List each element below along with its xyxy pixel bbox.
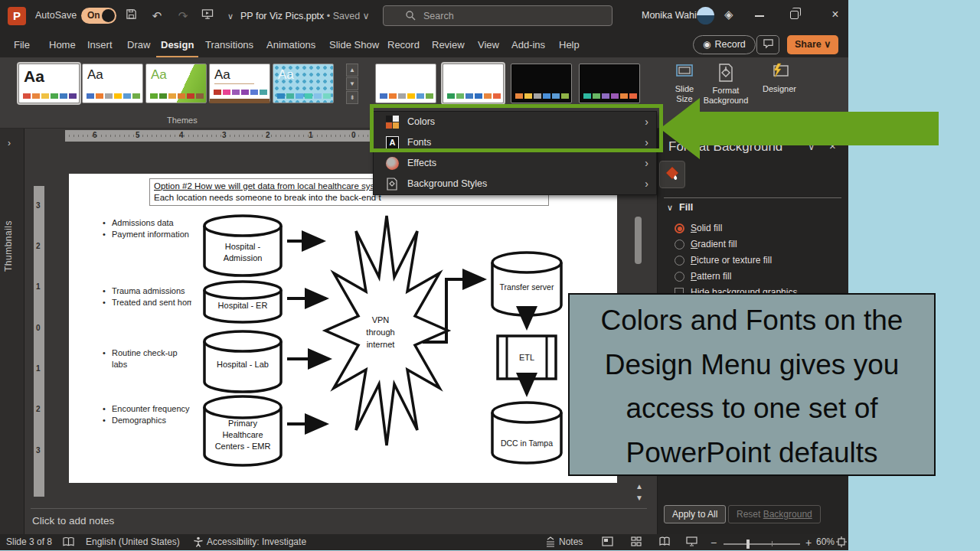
accessibility-status[interactable]: Accessibility: Investigate (207, 536, 306, 547)
zoom-slider[interactable] (724, 543, 800, 545)
record-icon: ◉ (703, 39, 710, 50)
tab-transitions[interactable]: Transitions (201, 32, 258, 57)
notes-splitter[interactable] (31, 508, 647, 509)
submenu-arrow-icon: › (645, 174, 648, 194)
search-input[interactable]: Search (383, 5, 612, 26)
tab-add-ins[interactable]: Add-ins (507, 32, 550, 57)
previous-slide-icon[interactable]: ▲ (634, 482, 645, 491)
radio (675, 256, 684, 266)
radio (675, 272, 684, 282)
normal-view-icon[interactable] (602, 536, 613, 549)
accessibility-icon[interactable] (193, 536, 204, 549)
slideshow-view-icon[interactable] (686, 536, 697, 549)
tab-draw[interactable]: Draw (122, 32, 155, 57)
fill-section-header[interactable]: ∨Fill (667, 202, 693, 213)
themes-gallery-scroll: ▲ ▼ ⇟ (346, 64, 358, 105)
title-bar: P AutoSave On ↶ ↷ ∨ PP for Viz Pics.pptx… (0, 0, 848, 32)
tab-insert[interactable]: Insert (83, 32, 117, 57)
expand-thumbnails-icon[interactable]: › (8, 138, 11, 148)
variant-1[interactable] (375, 64, 436, 103)
format-background-icon (717, 63, 735, 83)
apply-to-all-button[interactable]: Apply to All (664, 505, 726, 523)
save-icon[interactable] (122, 8, 139, 24)
notes-icon[interactable] (545, 536, 556, 549)
document-title[interactable]: PP for Viz Pics.pptx • Saved ∨ (240, 10, 370, 21)
gallery-up-icon[interactable]: ▲ (346, 64, 358, 77)
autosave-toggle[interactable]: On (81, 8, 116, 24)
gallery-down-icon[interactable]: ▼ (346, 77, 358, 90)
svg-text:Hospital - ER: Hospital - ER (218, 301, 268, 310)
menu-item-background-styles[interactable]: Background Styles › (374, 174, 656, 194)
thumbnails-label: Thumbnails (3, 220, 14, 272)
avatar[interactable] (697, 7, 714, 24)
notes-toggle[interactable]: Notes (559, 536, 583, 547)
svg-text:Healthcare: Healthcare (222, 430, 263, 439)
theme-2[interactable]: Aa (82, 64, 143, 103)
variant-2-selected[interactable] (443, 64, 504, 103)
tab-animations[interactable]: Animations (262, 32, 320, 57)
tab-file[interactable]: File (9, 32, 34, 57)
zoom-level[interactable]: 60% (816, 536, 835, 547)
svg-text:Transfer server: Transfer server (500, 282, 554, 292)
zoom-out-icon[interactable]: − (710, 536, 717, 549)
gallery-more-icon[interactable]: ⇟ (346, 91, 358, 104)
etl-process-box[interactable]: ETL (498, 336, 556, 379)
comments-button[interactable] (756, 35, 779, 54)
theme-integral[interactable]: Aa (273, 64, 334, 103)
zoom-in-icon[interactable]: + (805, 536, 812, 549)
language-indicator[interactable]: English (United States) (86, 536, 180, 547)
cylinder-hospital-lab[interactable]: Hospital - Lab (204, 331, 281, 392)
reset-background-button[interactable]: Reset Background (728, 505, 821, 523)
next-slide-icon[interactable]: ▼ (634, 494, 645, 502)
cylinder-primary-healthcare[interactable]: Primary Healthcare Centers - EMR (204, 396, 281, 465)
theme-4[interactable]: Aa (209, 64, 270, 103)
reading-view-icon[interactable] (658, 536, 671, 549)
tab-slide-show[interactable]: Slide Show (325, 32, 384, 57)
minimize-icon[interactable] (755, 15, 764, 17)
notes-placeholder[interactable]: Click to add notes (32, 515, 114, 527)
user-name[interactable]: Monika Wahi (642, 10, 697, 21)
coming-soon-icon[interactable]: ◈ (724, 8, 733, 21)
annotation-green-rectangle (370, 104, 663, 152)
redo-icon[interactable]: ↷ (175, 8, 191, 24)
vertical-ruler[interactable]: 3 2 1 0 1 2 3 (34, 186, 44, 497)
close-icon[interactable]: × (827, 8, 844, 21)
tab-design[interactable]: Design (156, 32, 198, 57)
cylinder-dcc-tampa[interactable]: DCC in Tampa (492, 403, 561, 463)
undo-icon[interactable]: ↶ (149, 8, 165, 24)
slide-sorter-view-icon[interactable] (631, 536, 642, 549)
variant-3[interactable] (511, 64, 572, 103)
menu-item-effects[interactable]: Effects › (374, 153, 656, 174)
share-button[interactable]: Share ∨ (787, 35, 838, 54)
cylinder-hospital-er[interactable]: Hospital - ER (204, 282, 281, 322)
effects-icon (386, 157, 399, 170)
fill-tab[interactable] (659, 161, 685, 188)
designer-button[interactable]: Designer (760, 63, 799, 94)
slide-indicator[interactable]: Slide 3 of 8 (6, 536, 52, 547)
start-presentation-icon[interactable] (199, 8, 216, 24)
theme-office[interactable]: Aa (18, 64, 80, 103)
record-button[interactable]: ◉Record (693, 35, 756, 54)
tab-review[interactable]: Review (427, 32, 469, 57)
tab-view[interactable]: View (473, 32, 504, 57)
vertical-scrollbar[interactable] (635, 217, 642, 264)
cylinder-hospital-admission[interactable]: Hospital - Admission (204, 216, 281, 276)
tab-record[interactable]: Record (383, 32, 424, 57)
tab-help[interactable]: Help (554, 32, 584, 57)
thumbnails-pane-collapsed[interactable]: › Thumbnails (0, 129, 24, 534)
radio-selected (675, 223, 684, 233)
data-flow-diagram: Hospital - Admission Hospital - ER Hospi… (69, 174, 617, 483)
slide-canvas[interactable]: Option #2 How we will get data from loca… (69, 174, 617, 483)
starburst-vpn[interactable]: VPN through internet (325, 216, 448, 445)
restore-icon[interactable] (790, 11, 799, 19)
quick-access-more-icon[interactable]: ∨ (222, 8, 239, 24)
variant-4[interactable] (579, 64, 640, 103)
cylinder-transfer-server[interactable]: Transfer server (492, 253, 561, 315)
spell-check-icon[interactable] (63, 536, 74, 549)
saved-status: Saved (333, 11, 360, 21)
powerpoint-app-icon[interactable]: P (8, 7, 26, 25)
theme-facet[interactable]: Aa (145, 64, 207, 103)
tab-home[interactable]: Home (44, 32, 80, 57)
zoom-slider-thumb[interactable] (746, 540, 750, 549)
fit-to-window-icon[interactable] (836, 536, 847, 549)
